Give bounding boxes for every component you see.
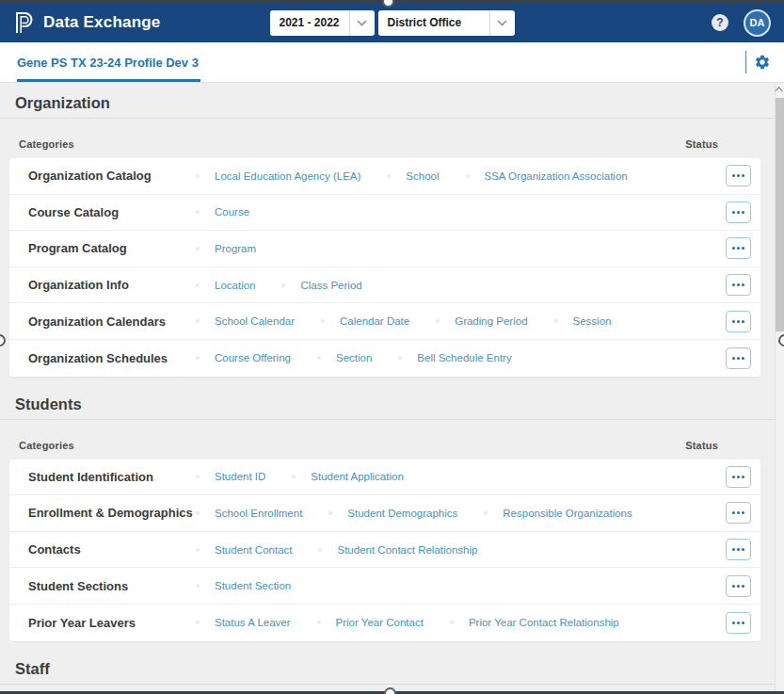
category-name: Organization Calendars [28,315,196,329]
row-actions-button[interactable] [726,539,751,560]
entity-link[interactable]: Class Period [281,280,361,291]
content: Organization Categories Status Organizat… [0,83,775,685]
entity-link[interactable]: Location [196,280,255,291]
row-actions-button[interactable] [726,347,751,369]
entity-link[interactable]: School Calendar [196,315,295,327]
row-actions-button[interactable] [726,502,751,524]
settings-gear-icon[interactable] [754,54,771,71]
entity-link[interactable]: Responsible Organizations [484,508,632,519]
section-title: Students [0,384,775,420]
data-section: Students Categories Status Student Ident… [0,384,775,641]
category-links: Course [196,206,726,218]
categories-column-header: Categories [19,440,74,451]
category-row: Prior Year Leavers Status A LeaverPrior … [9,605,760,641]
section-title: Organization [0,83,775,119]
category-name: Course Catalog [28,205,196,219]
category-links: Student Section [196,580,726,591]
entity-link[interactable]: SSA Organization Association [466,170,628,182]
row-actions-button[interactable] [726,466,751,488]
entity-link[interactable]: Prior Year Contact [317,617,424,628]
entity-link[interactable]: Prior Year Contact Relationship [450,617,619,628]
category-links: Course OfferingSectionBell Schedule Entr… [196,352,726,363]
entity-link[interactable]: Session [554,315,612,327]
entity-link[interactable]: Student Application [292,471,403,482]
category-row: Enrollment & Demographics School Enrollm… [9,495,760,532]
row-actions-button[interactable] [726,202,751,223]
category-name: Student Sections [28,579,196,593]
status-column-header: Status [685,138,718,150]
entity-link[interactable]: Calendar Date [321,315,409,327]
category-name: Organization Catalog [28,169,196,183]
entity-link[interactable]: Status A Leaver [196,617,291,628]
status-column-header: Status [685,440,718,451]
category-name: Enrollment & Demographics [28,506,196,520]
category-links: Status A LeaverPrior Year ContactPrior Y… [196,617,726,628]
selection-handle-right[interactable] [778,334,784,347]
entity-link[interactable]: Section [317,352,372,363]
category-name: Prior Year Leavers [28,616,196,630]
app-header: Data Exchange 2021 - 2022 District Offic… [0,3,784,42]
categories-column-header: Categories [19,138,74,150]
scrollbar-thumb[interactable] [776,98,784,331]
entity-link[interactable]: Student Demographics [328,508,457,519]
user-avatar[interactable]: DA [744,9,771,37]
category-row: Student Sections Student Section [9,568,760,605]
category-links: School EnrollmentStudent DemographicsRes… [196,508,726,519]
row-actions-button[interactable] [726,165,751,186]
row-actions-button[interactable] [726,237,751,259]
row-actions-button[interactable] [726,612,751,634]
chevron-down-icon [349,10,375,36]
row-actions-button[interactable] [726,311,751,332]
office-select[interactable]: District Office [378,10,515,36]
entity-link[interactable]: Student Contact Relationship [318,544,477,556]
entity-link[interactable]: Bell Schedule Entry [398,352,511,363]
school-year-select[interactable]: 2021 - 2022 [269,10,374,36]
section-title: Staff [0,649,775,685]
tab-actions [745,51,771,82]
office-value: District Office [378,16,489,29]
category-links: LocationClass Period [196,280,726,291]
category-name: Organization Info [28,278,196,292]
category-row: Course Catalog Course [9,195,760,232]
row-actions-button[interactable] [726,274,751,296]
entity-link[interactable]: Course Offering [196,352,291,363]
category-links: Program [196,243,726,254]
entity-link[interactable]: Student Section [196,580,291,591]
entity-link[interactable]: Grading Period [436,315,527,327]
question-mark-icon: ? [716,16,723,29]
powerschool-logo-icon [13,10,34,35]
scroll-up-arrow-icon[interactable] [776,83,784,95]
category-links: Student IDStudent Application [196,471,726,482]
header-context-selectors: 2021 - 2022 District Office [269,10,514,36]
category-card: Student Identification Student IDStudent… [9,460,760,641]
category-links: School CalendarCalendar DateGrading Peri… [196,315,726,327]
profile-tabbar: Gene PS TX 23-24 Profile Dev 3 [0,42,784,83]
school-year-value: 2021 - 2022 [269,16,348,29]
category-row: Student Identification Student IDStudent… [9,460,760,496]
help-button[interactable]: ? [712,14,728,31]
data-section: Organization Categories Status Organizat… [0,83,775,377]
tab-profile[interactable]: Gene PS TX 23-24 Profile Dev 3 [17,43,200,82]
entity-link[interactable]: Local Education Agency (LEA) [196,170,360,182]
chevron-down-icon [489,10,515,36]
category-card: Organization Catalog Local Education Age… [9,158,760,377]
entity-link[interactable]: Program [196,243,256,254]
entity-link[interactable]: Student Contact [196,544,292,556]
category-name: Student Identification [28,470,196,484]
category-row: Organization Catalog Local Education Age… [9,158,760,195]
row-actions-button[interactable] [726,575,751,597]
category-name: Organization Schedules [28,351,196,365]
category-name: Program Catalog [28,241,196,255]
entity-link[interactable]: Student ID [196,471,265,482]
entity-link[interactable]: School [387,170,439,182]
category-row: Organization Schedules Course OfferingSe… [9,340,760,377]
app-title: Data Exchange [43,13,160,32]
category-row: Contacts Student ContactStudent Contact … [9,532,760,569]
vertical-scrollbar[interactable] [775,83,784,691]
category-name: Contacts [28,542,196,557]
entity-link[interactable]: Course [196,206,249,218]
selection-handle-bottom[interactable] [384,687,396,694]
entity-link[interactable]: School Enrollment [196,508,302,519]
table-header: Categories Status [0,119,775,158]
category-links: Student ContactStudent Contact Relations… [196,544,726,556]
